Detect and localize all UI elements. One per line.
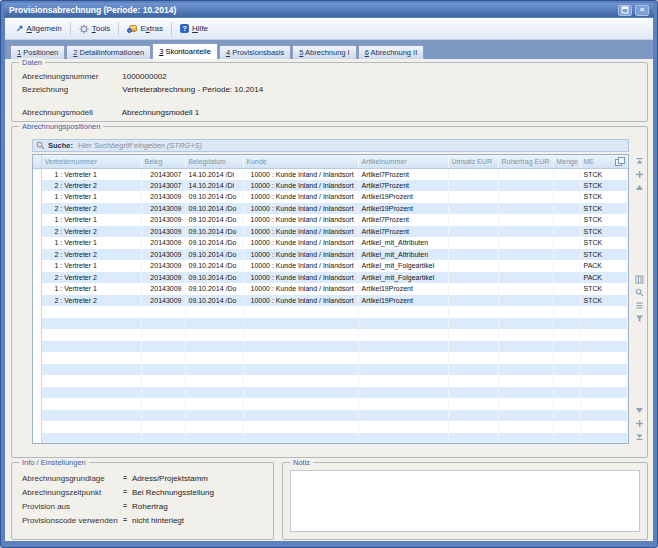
page-up-button[interactable]: [635, 170, 644, 179]
table-row[interactable]: 1 : Vertreter 12014300909.10.2014 /Do100…: [33, 191, 628, 203]
window-body: ↗AllgemeinToolsExtras?Hilfe 1 Positionen…: [5, 18, 653, 541]
column-header-kunde[interactable]: Kunde: [243, 155, 358, 168]
cell-kunde: 10000 : Kunde Inland / Inlandsort: [243, 180, 358, 192]
cell-menge: [553, 168, 580, 180]
row-indicator: [33, 226, 41, 238]
cell-kunde: 10000 : Kunde Inland / Inlandsort: [243, 226, 358, 238]
daten-groupbox: Daten Abrechnungsnummer 1000000002 Bezei…: [11, 62, 648, 122]
scroll-to-top-button[interactable]: [635, 157, 644, 166]
cell-rohertrag: [498, 283, 553, 295]
table-row[interactable]: 2 : Vertreter 22014300909.10.2014 /Do100…: [33, 295, 628, 307]
search-label: Suche:: [48, 141, 73, 150]
sum-button[interactable]: [635, 301, 644, 310]
row-indicator: [33, 329, 41, 341]
cell-kunde: 10000 : Kunde Inland / Inlandsort: [243, 272, 358, 284]
abrechnungspositionen-legend: Abrechnungspositionen: [19, 122, 103, 131]
table-row[interactable]: 1 : Vertreter 12014300909.10.2014 /Do100…: [33, 214, 628, 226]
scroll-to-bottom-button[interactable]: [635, 432, 644, 441]
content-area: Daten Abrechnungsnummer 1000000002 Bezei…: [5, 59, 653, 541]
table-row[interactable]: 2 : Vertreter 22014300909.10.2014 /Do100…: [33, 272, 628, 284]
cell-datum: 14.10.2014 /Di: [185, 168, 243, 180]
tab-2-detailinformationen[interactable]: 2 Detailinformationen: [66, 45, 151, 59]
info-value: Bei Rechnungsstellung: [132, 488, 267, 497]
cell-me: STCK: [580, 191, 628, 203]
notiz-textarea[interactable]: [290, 470, 640, 532]
cell-artikel: Artikel19Prozent: [358, 295, 448, 307]
columns-view-button[interactable]: [635, 275, 644, 284]
window-title: Provisionsabrechnung (Periode: 10.2014): [9, 5, 176, 15]
column-header-rohertrag-eur[interactable]: Rohertrag EUR: [498, 155, 553, 168]
empty-table-row: [33, 306, 628, 318]
menu-item-hilfe[interactable]: ?Hilfe: [173, 21, 215, 36]
cell-datum: 09.10.2014 /Do: [185, 295, 243, 307]
cell-menge: [553, 214, 580, 226]
row-indicator: [33, 387, 41, 399]
table-row[interactable]: 1 : Vertreter 12014300909.10.2014 /Do100…: [33, 237, 628, 249]
cell-artikel: Artikel19Prozent: [358, 191, 448, 203]
abrechnungspositionen-groupbox: Abrechnungspositionen Suche:: [11, 126, 648, 458]
column-header-belegdatum[interactable]: Belegdatum: [185, 155, 243, 168]
field-value: 1000000002: [122, 72, 167, 81]
cell-menge: [553, 203, 580, 215]
search-icon: [36, 141, 45, 150]
tab-4-provisionsbasis[interactable]: 4 Provisionsbasis: [219, 45, 291, 59]
column-header-artikelnummer[interactable]: Artikelnummer: [358, 155, 448, 168]
info-label: Provision aus: [22, 502, 118, 511]
row-indicator: [33, 283, 41, 295]
table-row[interactable]: 1 : Vertreter 12014300714.10.2014 /Di100…: [33, 168, 628, 180]
cell-beleg: 20143009: [141, 295, 185, 307]
menu-item-extras[interactable]: Extras: [120, 21, 170, 36]
menu-item-allgemein[interactable]: ↗Allgemein: [9, 21, 69, 36]
column-header-beleg[interactable]: Beleg: [141, 155, 185, 168]
cell-vertreter: 2 : Vertreter 2: [41, 226, 141, 238]
bullet-icon: =: [118, 516, 132, 525]
cell-me: STCK: [580, 295, 628, 307]
tab-5-abrechnung-i[interactable]: 5 Abrechnung I: [292, 45, 356, 59]
extras-icon: [127, 24, 137, 33]
table-row[interactable]: 2 : Vertreter 22014300909.10.2014 /Do100…: [33, 249, 628, 261]
filter-button[interactable]: [635, 314, 644, 323]
table-row[interactable]: 2 : Vertreter 22014300909.10.2014 /Do100…: [33, 203, 628, 215]
cell-umsatz: [448, 260, 498, 272]
cell-menge: [553, 249, 580, 261]
page-down-button[interactable]: [635, 419, 644, 428]
tab-1-positionen[interactable]: 1 Positionen: [10, 45, 65, 59]
menu-bar: ↗AllgemeinToolsExtras?Hilfe: [5, 18, 653, 40]
column-header-vertreternummer[interactable]: Vertreternummer: [41, 155, 141, 168]
cell-kunde: 10000 : Kunde Inland / Inlandsort: [243, 260, 358, 272]
cell-umsatz: [448, 191, 498, 203]
cell-datum: 09.10.2014 /Do: [185, 203, 243, 215]
field-abrechnungsmodell: Abrechnungsmodell Abrechnungsmodell 1: [22, 108, 199, 117]
cell-datum: 09.10.2014 /Do: [185, 283, 243, 295]
row-indicator: [33, 306, 41, 318]
table-row[interactable]: 2 : Vertreter 22014300714.10.2014 /Di100…: [33, 180, 628, 192]
restore-window-button[interactable]: [618, 5, 632, 16]
restore-icon: [621, 6, 629, 14]
info-row-provision-aus: Provision aus = Rohertrag: [22, 502, 267, 511]
cell-vertreter: 1 : Vertreter 1: [41, 168, 141, 180]
row-indicator: [33, 352, 41, 364]
row-indicator: [33, 168, 41, 180]
field-value: Abrechnungsmodell 1: [122, 108, 199, 117]
search-input[interactable]: [78, 141, 625, 150]
cell-rohertrag: [498, 260, 553, 272]
close-window-button[interactable]: ×: [635, 5, 649, 16]
column-chooser-button[interactable]: [613, 156, 626, 167]
row-indicator: [33, 398, 41, 410]
cell-beleg: 20143009: [141, 191, 185, 203]
table-row[interactable]: 2 : Vertreter 22014300909.10.2014 /Do100…: [33, 226, 628, 238]
tab-6-abrechnung-ii[interactable]: 6 Abrechnung II: [358, 45, 425, 59]
tab-3-skontoanteile[interactable]: 3 Skontoanteile: [152, 43, 218, 59]
menu-item-tools[interactable]: Tools: [72, 21, 118, 37]
column-header-umsatz-eur[interactable]: Umsatz EUR: [448, 155, 498, 168]
table-row[interactable]: 1 : Vertreter 12014300909.10.2014 /Do100…: [33, 260, 628, 272]
scroll-down-button[interactable]: [635, 406, 644, 415]
scroll-up-button[interactable]: [635, 183, 644, 192]
grid-search-button[interactable]: [635, 288, 644, 297]
search-bar[interactable]: Suche:: [32, 139, 629, 152]
cell-vertreter: 2 : Vertreter 2: [41, 180, 141, 192]
column-header-menge[interactable]: Menge: [553, 155, 580, 168]
table-row[interactable]: 1 : Vertreter 12014300909.10.2014 /Do100…: [33, 283, 628, 295]
cell-menge: [553, 283, 580, 295]
cell-vertreter: 1 : Vertreter 1: [41, 214, 141, 226]
